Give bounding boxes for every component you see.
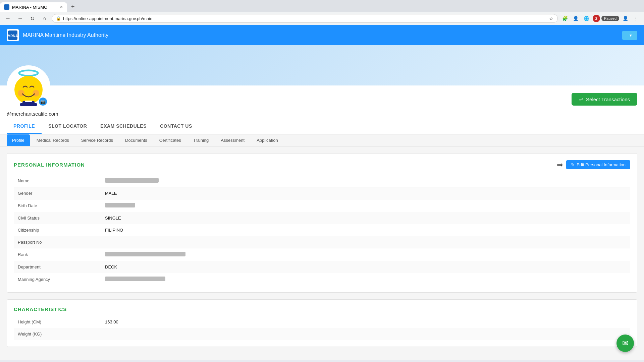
profile-nav: PROFILE SLOT LOCATOR EXAM SCHEDULES CONT… <box>0 119 644 134</box>
address-bar[interactable]: 🔒 ☆ <box>52 14 558 23</box>
sub-tab-medical-records[interactable]: Medical Records <box>31 134 74 146</box>
forward-button[interactable]: → <box>15 14 25 23</box>
table-row: Weight (KG) <box>14 328 630 340</box>
field-label: Passport No <box>14 236 101 248</box>
table-row: Height (CM) 163.00 <box>14 316 630 328</box>
browser-tab-bar: MARINA - MISMO ✕ + <box>0 0 644 12</box>
menu-button[interactable]: ⋮ <box>631 14 641 23</box>
table-row: Rank <box>14 248 630 261</box>
camera-icon: 📷 <box>40 99 46 104</box>
field-value <box>101 199 630 212</box>
arrow-icon: ⇒ <box>557 161 563 169</box>
avatar-edit-button[interactable]: 📷 <box>38 97 48 106</box>
redacted-birthdate <box>105 203 135 207</box>
star-icon: ☆ <box>549 16 553 21</box>
sub-tab-application[interactable]: Application <box>251 134 283 146</box>
personal-info-card: PERSONAL INFORMATION ⇒ ✎ Edit Personal I… <box>7 153 637 293</box>
new-tab-button[interactable]: + <box>68 2 77 12</box>
table-row: Name <box>14 175 630 187</box>
active-tab[interactable]: MARINA - MISMO ✕ <box>0 2 67 12</box>
browser-toolbar: ← → ↻ ⌂ 🔒 ☆ 🧩 👤 🌐 2 Paused 👤 ⋮ <box>0 12 644 25</box>
redacted-rank <box>105 252 185 256</box>
select-transactions-label: Select Transactions <box>586 97 630 102</box>
avatar-wrapper: 📷 <box>7 65 50 109</box>
field-label: Weight (KG) <box>14 328 101 340</box>
field-label: Birth Date <box>14 199 101 212</box>
back-button[interactable]: ← <box>3 14 13 23</box>
edit-personal-info-button[interactable]: ✎ Edit Personal Information <box>566 160 630 169</box>
paused-badge: Paused <box>601 16 619 21</box>
section-header-right: ⇒ ✎ Edit Personal Information <box>557 160 630 169</box>
field-label: Citizenship <box>14 224 101 236</box>
svg-rect-8 <box>25 101 32 102</box>
select-transactions-button[interactable]: ⇌ Select Transactions <box>572 93 637 106</box>
app-header-right: ▾ <box>622 31 637 40</box>
field-label: Gender <box>14 187 101 199</box>
field-value: SINGLE <box>101 212 630 224</box>
extensions-button[interactable]: 🧩 <box>560 14 570 23</box>
characteristics-card: Characteristics Height (CM) 163.00 Weigh… <box>7 299 637 347</box>
personal-info-table: Name Gender MALE Birth Date Civil Status… <box>14 175 630 286</box>
table-row: Manning Agency <box>14 273 630 286</box>
table-row: Birth Date <box>14 199 630 212</box>
tab-close-button[interactable]: ✕ <box>60 5 63 9</box>
tab-favicon <box>4 4 9 10</box>
edit-icon: ✎ <box>571 162 575 167</box>
sub-tab-certificates[interactable]: Certificates <box>154 134 186 146</box>
redacted-manning <box>105 277 165 281</box>
profile-avatar-area: 📷 ⇌ Select Transactions <box>0 65 644 109</box>
app-title: MARINA Maritime Industry Authority <box>23 32 108 38</box>
url-input[interactable] <box>63 16 547 21</box>
table-row: Citizenship FILIPINO <box>14 224 630 236</box>
svg-point-2 <box>19 70 38 76</box>
svg-point-4 <box>18 90 24 97</box>
notification-count: 2 <box>595 16 597 20</box>
field-label: Name <box>14 175 101 187</box>
field-value <box>101 236 630 248</box>
personal-info-header: PERSONAL INFORMATION ⇒ ✎ Edit Personal I… <box>14 160 630 169</box>
chat-icon: ✉ <box>622 339 628 348</box>
field-value <box>101 175 630 187</box>
edit-personal-info-label: Edit Personal Information <box>577 162 626 167</box>
sub-tab-assessment[interactable]: Assessment <box>215 134 250 146</box>
characteristics-title: Characteristics <box>14 306 630 312</box>
browser-chrome: MARINA - MISMO ✕ + ← → ↻ ⌂ 🔒 ☆ 🧩 👤 🌐 2 P… <box>0 0 644 25</box>
profile-username: @merchantsealife.com <box>0 109 644 117</box>
home-button[interactable]: ⌂ <box>40 14 49 23</box>
field-label: Civil Status <box>14 212 101 224</box>
nav-tab-profile[interactable]: PROFILE <box>7 119 42 134</box>
redacted-name <box>105 178 159 183</box>
nav-tab-exam-schedules[interactable]: EXAM SCHEDULES <box>94 119 153 134</box>
translate-button[interactable]: 🌐 <box>582 14 591 23</box>
field-value <box>101 328 630 340</box>
sub-tab-service-records[interactable]: Service Records <box>76 134 118 146</box>
field-label: Department <box>14 261 101 273</box>
field-label: Rank <box>14 248 101 261</box>
table-row: Civil Status SINGLE <box>14 212 630 224</box>
reload-button[interactable]: ↻ <box>28 14 37 23</box>
field-value: 163.00 <box>101 316 630 328</box>
transactions-icon: ⇌ <box>579 96 583 102</box>
chat-fab-button[interactable]: ✉ <box>616 335 634 352</box>
field-value: FILIPINO <box>101 224 630 236</box>
nav-tab-contact-us[interactable]: CONTACT US <box>153 119 199 134</box>
sub-tab-training[interactable]: Training <box>188 134 214 146</box>
user-avatar-button[interactable]: 👤 <box>621 14 630 23</box>
sub-tab-documents[interactable]: Documents <box>120 134 153 146</box>
sub-tab-profile[interactable]: Profile <box>7 134 30 146</box>
personal-info-title: PERSONAL INFORMATION <box>14 162 85 168</box>
field-label: Height (CM) <box>14 316 101 328</box>
browser-profile-button[interactable]: 👤 <box>571 14 581 23</box>
header-dropdown-button[interactable]: ▾ <box>622 31 637 40</box>
table-row: Passport No <box>14 236 630 248</box>
content-area: PERSONAL INFORMATION ⇒ ✎ Edit Personal I… <box>0 146 644 360</box>
notification-badge[interactable]: 2 <box>593 15 600 22</box>
nav-tab-slot-locator[interactable]: SLOT LOCATOR <box>42 119 94 134</box>
field-value: MALE <box>101 187 630 199</box>
toolbar-icons: 🧩 👤 🌐 2 Paused 👤 ⋮ <box>560 14 641 23</box>
svg-point-5 <box>33 90 39 97</box>
characteristics-table: Height (CM) 163.00 Weight (KG) <box>14 316 630 340</box>
lock-icon: 🔒 <box>56 16 61 21</box>
app-logo: MRNA <box>7 29 19 41</box>
field-value <box>101 248 630 261</box>
